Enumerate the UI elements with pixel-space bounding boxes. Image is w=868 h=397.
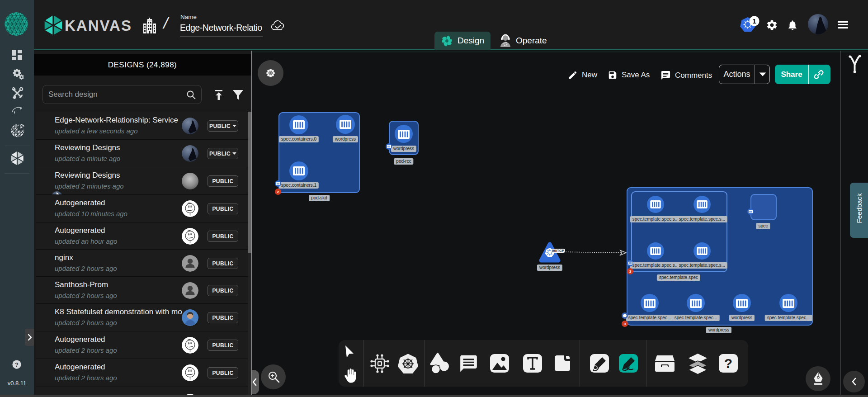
svg-text:1: 1	[752, 17, 756, 25]
svg-text:?: ?	[15, 361, 19, 368]
svg-text:?: ?	[724, 356, 732, 371]
